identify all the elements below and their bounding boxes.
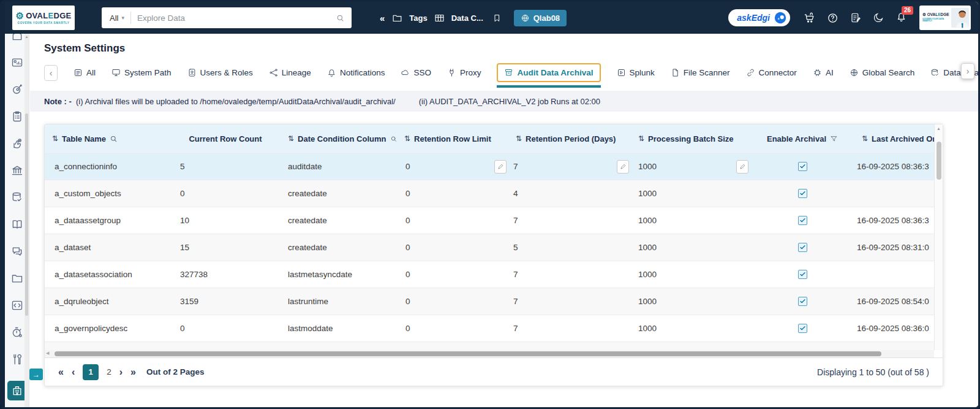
table-row[interactable]: a_datasetassociation 327738 lastmetasync… [45, 261, 934, 288]
tab-lineage[interactable]: Lineage [269, 68, 311, 77]
ask-edgi-button[interactable]: askEdgi [728, 9, 790, 26]
report-chart-icon [11, 56, 23, 69]
column-header-processing-batch-size[interactable]: ⇅Processing Batch Size [631, 124, 750, 153]
sidebar-item-jobs[interactable] [10, 326, 24, 339]
sidebar-scrollbar[interactable]: ▲ [24, 34, 29, 407]
search-scope-dropdown[interactable]: All ▾ [102, 13, 130, 23]
vertical-scrollbar[interactable]: ▲ [934, 124, 943, 350]
column-header-current-row-count[interactable]: Current Row Count [170, 124, 281, 153]
tab-global-search[interactable]: Global Search [850, 68, 915, 77]
sidebar-item-glossary[interactable] [10, 218, 24, 231]
sidebar-item-governance[interactable] [10, 164, 24, 177]
tab-sso[interactable]: SSO [401, 68, 431, 77]
scroll-left-arrow-icon[interactable]: ◀ [46, 351, 49, 356]
scrollbar-thumb[interactable] [55, 351, 881, 356]
sidebar-item-projects[interactable] [10, 272, 24, 285]
page-1-button[interactable]: 1 [83, 364, 99, 380]
last-page-button[interactable]: » [130, 367, 136, 378]
sort-icon[interactable]: ⇅ [516, 134, 522, 143]
help-icon[interactable] [827, 12, 839, 24]
tab-notifications[interactable]: Notifications [327, 68, 385, 77]
cart-icon[interactable] [804, 12, 815, 24]
filter-icon[interactable] [830, 135, 838, 143]
enable-archival-checkbox[interactable] [798, 324, 807, 333]
edit-retention-period-button[interactable] [617, 160, 629, 174]
search-icon[interactable] [110, 135, 118, 143]
sort-icon[interactable]: ⇅ [638, 134, 644, 143]
table-row[interactable]: a_dataset 15 createdate 0 5 1000 16-09-2… [45, 234, 934, 261]
sort-icon[interactable]: ⇅ [52, 134, 58, 143]
sidebar-item-data-catalog[interactable] [10, 191, 24, 204]
prev-page-button[interactable]: ‹ [72, 367, 75, 378]
column-header-last-archived-on[interactable]: ⇅Last Archived On [854, 124, 934, 153]
tabs-scroll-left-button[interactable]: ‹ [44, 65, 58, 81]
sidebar-item-collaboration[interactable] [10, 245, 24, 258]
table-row[interactable]: a_connectioninfo 5 auditdate 0 7 1000 16… [45, 153, 934, 180]
search-icon[interactable] [390, 135, 398, 143]
search-input[interactable] [131, 13, 336, 23]
sidebar-item-reports[interactable] [10, 56, 24, 69]
sidebar-item-tasks[interactable] [10, 110, 24, 123]
nav-data-catalog[interactable]: Data C... [451, 13, 483, 23]
table-grid-icon[interactable] [434, 13, 445, 23]
column-header-table-name[interactable]: ⇅Table Name [45, 124, 170, 153]
enable-archival-checkbox[interactable] [798, 162, 807, 171]
tab-splunk[interactable]: Splunk [617, 68, 655, 77]
enable-archival-checkbox[interactable] [798, 297, 807, 306]
scroll-up-arrow-icon[interactable]: ▲ [935, 126, 943, 131]
tab-ai[interactable]: AI [813, 68, 834, 77]
column-header-retention-row-limit[interactable]: ⇅Retention Row Limit [397, 124, 508, 153]
first-page-button[interactable]: « [58, 367, 64, 378]
column-header-enable-archival[interactable]: Enable Archival [750, 124, 854, 153]
column-header-date-condition-column[interactable]: ⇅Date Condition Column [281, 124, 397, 153]
horizontal-scrollbar[interactable]: ◀ [45, 350, 934, 357]
tab-connector[interactable]: Connector [746, 68, 797, 77]
tab-system-path[interactable]: System Path [111, 68, 172, 77]
tab-file-scanner[interactable]: File Scanner [671, 68, 730, 77]
table-row[interactable]: a_dataassetgroup 10 createdate 0 7 1000 … [45, 207, 934, 234]
dark-mode-moon-icon[interactable] [873, 12, 884, 23]
enable-archival-checkbox[interactable] [798, 216, 807, 225]
global-search-bar: All ▾ [102, 7, 352, 28]
tab-users-roles[interactable]: Users & Roles [187, 68, 253, 77]
table-row[interactable]: a_governpolicydesc 0 lastmoddate 0 7 100… [45, 315, 934, 342]
table-row[interactable]: a_dqruleobject 3159 lastruntime 0 7 1000… [45, 288, 934, 315]
tab-all[interactable]: All [74, 68, 96, 77]
enable-archival-checkbox[interactable] [798, 189, 807, 198]
bookmark-icon[interactable] [492, 13, 502, 23]
folder-icon[interactable] [392, 13, 402, 23]
sort-icon[interactable]: ⇅ [288, 134, 294, 143]
ovaledge-logo[interactable]: ⚙ OVALEDGE GOVERN YOUR DATA SMARTLY [12, 6, 75, 30]
tab-proxy[interactable]: Proxy [447, 68, 481, 77]
scrollbar-thumb[interactable] [25, 113, 28, 316]
sort-icon[interactable]: ⇅ [862, 134, 868, 143]
tab-audit-data-archival[interactable]: Audit Data Archival [497, 63, 600, 82]
sort-icon[interactable]: ⇅ [404, 134, 410, 143]
next-page-button[interactable]: › [119, 367, 123, 378]
enable-archival-checkbox[interactable] [798, 270, 807, 279]
scrollbar-thumb[interactable] [937, 142, 941, 180]
column-header-retention-period[interactable]: ⇅Retention Period (Days) [508, 124, 631, 153]
sidebar-item-home[interactable] [10, 34, 24, 42]
sidebar-item-tools[interactable] [10, 353, 24, 366]
sidebar-item-crawler[interactable] [10, 83, 24, 96]
collapse-chevrons-icon[interactable]: « [380, 13, 384, 23]
page-2-button[interactable]: 2 [107, 367, 111, 377]
tabs-scroll-right-button[interactable]: › [961, 63, 974, 79]
release-notes-icon[interactable] [850, 12, 861, 23]
user-profile-card[interactable]: ⚙ OVALEDGE GOVERN YOUR DATA SMARTLY [919, 6, 971, 30]
notifications-bell[interactable]: 26 [895, 11, 907, 25]
table-row[interactable]: a_custom_objects 0 createdate 0 4 1000 [45, 180, 934, 207]
sidebar-expand-button[interactable]: → [29, 369, 43, 380]
edit-processing-batch-size-button[interactable] [736, 160, 748, 174]
avatar[interactable] [951, 7, 969, 29]
enable-archival-checkbox[interactable] [798, 243, 807, 252]
edit-retention-row-limit-button[interactable] [494, 160, 507, 174]
sidebar-item-administration[interactable] [7, 381, 27, 400]
environment-badge[interactable]: Qlab08 [514, 10, 567, 26]
scroll-up-arrow-icon[interactable]: ▲ [24, 35, 29, 39]
nav-tags[interactable]: Tags [409, 13, 427, 23]
search-icon[interactable] [336, 14, 344, 22]
sidebar-item-query-sheet[interactable] [10, 299, 24, 312]
sidebar-item-certify[interactable] [10, 137, 24, 150]
